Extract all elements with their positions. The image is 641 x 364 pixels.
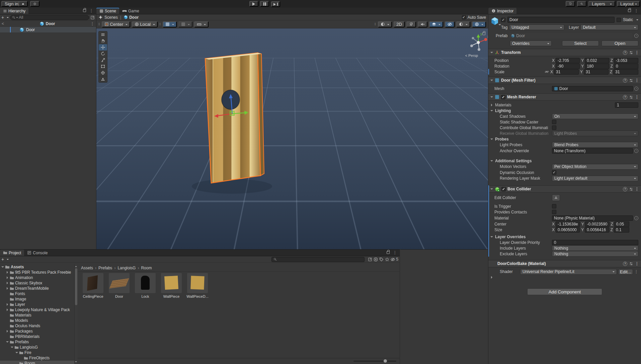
create-asset-button[interactable]: + [1,257,4,262]
materials-count-field[interactable]: 1 [615,102,638,108]
tree-item[interactable]: Materials [0,312,74,318]
rotation-y-field[interactable]: 180 [585,64,609,69]
scrollbar-thumb[interactable] [75,268,77,305]
view-hand-tool[interactable] [99,38,107,44]
tree-item[interactable]: Animation [0,275,74,280]
tab-console[interactable]: Console [24,250,51,256]
center-x-field[interactable]: -1.153638e [556,221,580,227]
kebab-menu-icon[interactable] [635,95,639,99]
tab-project[interactable]: Project [0,250,24,256]
tool-menu-button[interactable] [99,31,107,38]
tree-item[interactable]: Models [0,318,74,323]
kebab-menu-icon[interactable] [635,261,639,266]
probes-foldout[interactable]: Probes [488,136,641,142]
layer-overrides-foldout[interactable]: Layer Overrides [488,234,641,240]
presets-icon[interactable] [629,95,633,99]
asset-wallpieced[interactable]: WallPieceD... [187,273,208,298]
chevron-down-icon[interactable] [7,17,9,19]
presets-icon[interactable] [629,51,633,55]
foldout-open-icon[interactable] [490,80,493,82]
foldout-open-icon[interactable] [490,52,493,55]
position-z-field[interactable]: -3.053 [614,58,638,63]
foldout-closed-icon[interactable] [491,276,494,279]
add-component-button[interactable]: Add Component [527,288,602,295]
tab-inspector[interactable]: Inspector [488,8,516,14]
play-button[interactable] [249,1,258,7]
kebab-menu-icon[interactable] [393,250,397,255]
tree-item[interactable]: Image [0,296,74,302]
lighting-foldout[interactable]: Lighting [488,108,641,113]
layer-dropdown[interactable]: Default [580,24,638,30]
kebab-menu-icon[interactable] [90,21,94,26]
tree-item[interactable]: PBRMaterials [0,334,74,339]
priority-field[interactable]: 0 [552,240,638,245]
hidden-packages-toggle[interactable]: 5 [391,257,398,262]
toolbar-grab-handle[interactable]: ‖ [375,22,376,26]
shader-dropdown[interactable]: Universal Render Pipeline/Lit [520,269,617,275]
camera-draw-mode-dropdown[interactable] [378,21,392,27]
scene-visibility-toggle[interactable] [445,21,455,27]
object-picker-icon[interactable] [634,87,638,91]
center-z-field[interactable]: 0.05 [614,221,629,227]
tree-item-fireobjects[interactable]: FireObjects [0,355,74,361]
kebab-menu-icon[interactable] [635,50,639,55]
is-trigger-checkbox[interactable] [552,204,556,208]
scale-tool[interactable] [99,57,107,63]
kebab-menu-icon[interactable] [89,8,93,13]
kebab-menu-icon[interactable] [635,187,639,191]
picker-window-icon[interactable] [90,15,95,20]
snap-increment-dropdown[interactable] [194,21,209,27]
add-object-button[interactable]: + [1,15,4,20]
include-layers-dropdown[interactable]: Nothing [552,245,638,251]
transform-tool[interactable] [99,70,107,76]
physic-material-field[interactable]: None (Physic Material) [552,215,633,221]
rotation-x-field[interactable]: -90 [556,64,580,69]
chevron-down-icon[interactable] [636,19,638,21]
lock-icon[interactable] [387,251,390,254]
move-tool[interactable] [99,44,107,51]
help-icon[interactable]: ? [623,78,627,83]
box-collider-header[interactable]: Box Collider ? [488,185,641,193]
additional-settings-foldout[interactable]: Additional Settings [488,158,641,164]
breadcrumb-prefabs[interactable]: Prefabs [98,266,112,270]
hierarchy-item-door[interactable]: Door [0,27,96,32]
prefab-icon-button[interactable] [490,17,499,25]
foldout-open-icon[interactable] [490,236,493,239]
layers-dropdown[interactable]: Layers [588,1,615,7]
breadcrumb-langloisg[interactable]: LangloisG [117,266,136,270]
material-preview-foldout[interactable] [488,275,641,280]
save-search-icon[interactable] [385,257,389,262]
kebab-menu-icon[interactable] [634,8,638,13]
undo-history-button[interactable] [566,1,575,7]
size-z-field[interactable]: 0.1 [614,227,629,233]
presets-icon[interactable] [629,78,633,83]
asset-wallpiece[interactable]: WallPiece [161,273,182,298]
component-enabled-checkbox[interactable] [501,187,506,191]
contribute-gi-checkbox[interactable] [552,125,556,130]
auto-save-checkbox[interactable] [462,15,466,19]
gizmo-plane-handle[interactable] [230,111,234,115]
static-shadow-caster-checkbox[interactable] [552,120,556,124]
tree-item-prefabs[interactable]: Prefabs [0,339,74,345]
foldout-closed-icon[interactable] [491,104,494,106]
tag-dropdown[interactable]: Untagged [509,24,564,30]
rect-tool[interactable] [99,63,107,70]
scene-viewport[interactable]: y x < Persp [96,28,488,249]
tree-item[interactable]: Fonts [0,291,74,296]
grid-visibility-toggle[interactable] [163,21,177,27]
gizmo-x-axis[interactable] [484,38,487,41]
foldout-open-icon[interactable] [490,110,493,113]
asset-door[interactable]: Door [108,273,130,298]
dynamic-occlusion-checkbox[interactable] [552,170,556,175]
help-icon[interactable]: ? [623,51,627,55]
tree-item[interactable]: DreamTeamMobile [0,286,74,291]
cloud-services-button[interactable] [18,1,28,7]
light-probes-dropdown[interactable]: Blend Probes [552,142,638,148]
rotation-z-field[interactable]: 0 [614,64,638,69]
gizmos-dropdown[interactable] [472,21,486,27]
camera-settings-dropdown[interactable] [456,21,470,27]
mesh-object-field[interactable]: Door [552,86,633,91]
provides-contacts-checkbox[interactable] [552,210,556,214]
object-picker-icon[interactable] [634,216,638,220]
kebab-menu-icon[interactable] [635,78,639,83]
